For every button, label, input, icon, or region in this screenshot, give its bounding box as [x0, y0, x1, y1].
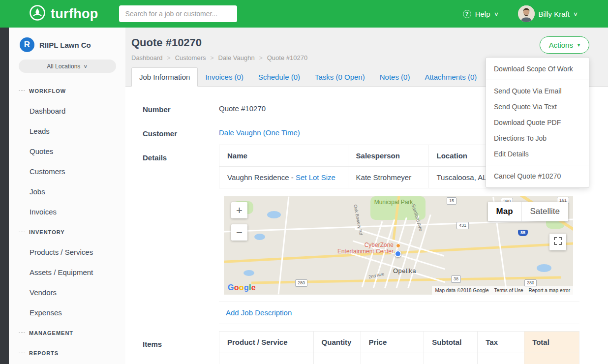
terms-of-use-link[interactable]: Terms of Use [494, 288, 523, 293]
breadcrumb-customers[interactable]: Customers [175, 54, 206, 61]
job-location-marker-icon[interactable] [395, 250, 401, 257]
tree-dash-icon [19, 232, 25, 232]
page-header: Quote #10270 Dashboard > Customers > Dal… [125, 28, 608, 67]
map-water [537, 264, 551, 272]
number-value: Quote #10270 [219, 104, 266, 114]
avatar [518, 5, 535, 22]
set-lot-size-link[interactable]: Set Lot Size [296, 173, 335, 182]
nav-section-workflow[interactable]: WORKFLOW [9, 81, 125, 101]
locations-selector[interactable]: All Locations ∨ [19, 60, 116, 73]
actions-button[interactable]: Actions ▾ [540, 36, 589, 54]
sidebar-item-quotes[interactable]: Quotes [9, 141, 125, 161]
poi-marker-icon [396, 243, 400, 248]
sidebar-item-products-services[interactable]: Products / Services [9, 242, 125, 262]
main-content: Quote #10270 Dashboard > Customers > Dal… [125, 28, 608, 364]
sidebar-item-expenses[interactable]: Expenses [9, 303, 125, 323]
route-shield-280: 280 [295, 279, 307, 287]
route-shield-38: 38 [451, 275, 461, 283]
items-header-total: Total [524, 332, 579, 353]
breadcrumb-dashboard[interactable]: Dashboard [131, 54, 163, 61]
topbar-right: ? Help ∨ Billy Kraft ∨ [463, 5, 608, 22]
customer-label: Customer [143, 128, 219, 138]
help-menu[interactable]: ? Help ∨ [463, 10, 498, 18]
menu-item-directions-to-job[interactable]: Directions To Job [486, 130, 589, 146]
map-label-cyberzone: CyberZone Entertainment Center [319, 242, 394, 255]
map-type-control: Map Satellite [488, 202, 568, 221]
tab-tasks[interactable]: Tasks (0 Open) [307, 68, 372, 86]
menu-divider [486, 80, 589, 80]
menu-item-send-quote-text[interactable]: Send Quote Via Text [486, 99, 589, 115]
zoom-out-button[interactable]: − [231, 224, 247, 241]
page-title: Quote #10270 [131, 36, 608, 49]
route-shield-280: 280 [524, 279, 537, 287]
company-name: RIIPL Lawn Co [39, 41, 91, 49]
map-data-attribution: Map data ©2018 Google [435, 288, 488, 293]
map-water [254, 234, 265, 240]
global-search-input[interactable] [119, 5, 237, 22]
items-header-subtotal: Subtotal [424, 332, 478, 353]
tab-invoices[interactable]: Invoices (0) [198, 68, 251, 86]
menu-item-edit-details[interactable]: Edit Details [486, 146, 589, 162]
sidebar-rail [0, 28, 9, 364]
map-type-satellite-button[interactable]: Satellite [521, 202, 568, 221]
tab-schedule[interactable]: Schedule (0) [251, 68, 307, 86]
app-window: turfhop ? Help ∨ Billy Kraf [0, 0, 608, 364]
tree-dash-icon [19, 353, 25, 353]
company-logo-icon: R [20, 37, 34, 52]
locations-label: All Locations [47, 63, 80, 70]
report-map-error-link[interactable]: Report a map error [529, 288, 570, 293]
user-menu[interactable]: Billy Kraft ∨ [518, 5, 578, 22]
details-header-name: Name [219, 145, 348, 167]
menu-item-cancel-quote[interactable]: Cancel Quote #10270 [486, 168, 589, 184]
map-type-map-button[interactable]: Map [488, 202, 521, 221]
route-shield-431: 431 [456, 222, 469, 229]
tab-notes[interactable]: Notes (0) [372, 68, 418, 86]
fullscreen-button[interactable] [549, 234, 566, 250]
sidebar-item-leads[interactable]: Leads [9, 121, 125, 141]
items-header-price: Price [361, 332, 424, 353]
company-switcher[interactable]: R RIIPL Lawn Co [9, 28, 125, 52]
chevron-down-icon: ∨ [493, 11, 498, 17]
sidebar-nav: WORKFLOW Dashboard Leads Quotes Customer… [9, 81, 125, 363]
map-road [278, 196, 290, 294]
zoom-in-button[interactable]: + [231, 202, 247, 218]
map-canvas[interactable]: Municipal Park 15 390 161 431 85 38 280 … [224, 196, 573, 295]
brand-home-link[interactable]: turfhop [0, 4, 98, 24]
breadcrumb-separator: > [210, 55, 213, 61]
tab-attachments[interactable]: Attachments (0) [417, 68, 484, 86]
items-header-tax: Tax [478, 332, 524, 353]
number-label: Number [143, 104, 219, 114]
customer-name-link[interactable]: Dale Vaughn [219, 128, 261, 137]
sidebar-item-dashboard[interactable]: Dashboard [9, 101, 125, 121]
sidebar-item-vendors[interactable]: Vendors [9, 282, 125, 303]
menu-item-download-scope-of-work[interactable]: Download Scope Of Work [486, 61, 589, 77]
tab-job-information[interactable]: Job Information [131, 67, 198, 87]
details-label: Details [143, 152, 219, 324]
nav-section-reports[interactable]: REPORTS [9, 343, 125, 363]
fullscreen-icon [554, 237, 562, 247]
nav-section-management[interactable]: MANAGEMENT [9, 323, 125, 343]
add-job-description-link[interactable]: Add Job Description [226, 308, 292, 317]
breadcrumb-separator: > [259, 55, 263, 61]
tree-dash-icon [19, 333, 25, 333]
breadcrumb-customer-name[interactable]: Dale Vaughn [218, 54, 255, 61]
customer-type-link[interactable]: (One Time) [263, 128, 300, 137]
brand-name: turfhop [51, 6, 98, 22]
map-water [267, 211, 281, 218]
property-name: Vaughn Residence - [227, 173, 294, 182]
sidebar-item-invoices[interactable]: Invoices [9, 202, 125, 222]
sidebar-item-jobs[interactable]: Jobs [9, 182, 125, 202]
items-header-product-service: Product / Service [219, 332, 314, 353]
nav-section-inventory[interactable]: INVENTORY [9, 222, 125, 242]
google-logo[interactable]: Google [228, 283, 256, 292]
menu-item-download-quote-pdf[interactable]: Download Quote PDF [486, 115, 589, 130]
menu-item-send-quote-email[interactable]: Send Quote Via Email [486, 83, 589, 99]
help-label: Help [475, 10, 490, 18]
map-attribution: Map data ©2018 Google Terms of Use Repor… [432, 286, 573, 295]
items-row: Items Product / Service Quantity Price S… [143, 339, 579, 364]
sidebar-item-assets-equipment[interactable]: Assets / Equipment [9, 262, 125, 282]
sidebar: R RIIPL Lawn Co All Locations ∨ WORKFLOW… [0, 28, 125, 364]
sidebar-item-customers[interactable]: Customers [9, 161, 125, 182]
tree-dash-icon [19, 91, 25, 91]
breadcrumb-separator: > [167, 55, 171, 61]
